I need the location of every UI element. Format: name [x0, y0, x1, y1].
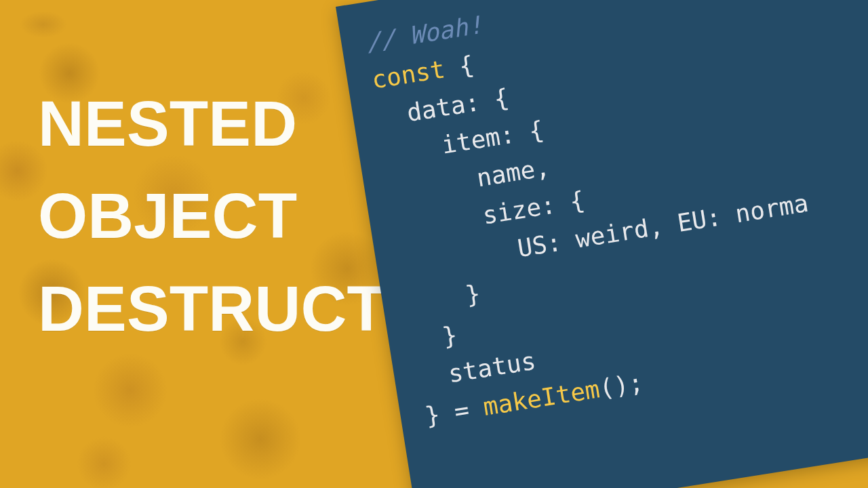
- brace-open: {: [442, 50, 475, 82]
- close-brace-eq: } =: [423, 393, 486, 430]
- code-card: // Woah! const { data: { item: { name, s…: [336, 0, 868, 488]
- fn-call: ();: [597, 368, 646, 403]
- comment-text: Woah!: [408, 11, 484, 49]
- comment-slash: //: [364, 22, 412, 57]
- keyword-const: const: [370, 55, 446, 94]
